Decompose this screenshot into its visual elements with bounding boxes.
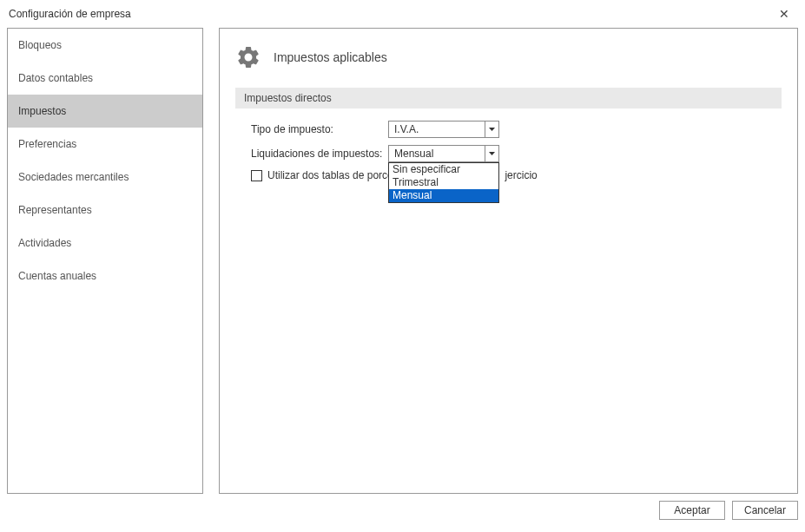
sidebar-item-label: Actividades <box>18 237 71 249</box>
chevron-down-icon[interactable] <box>485 122 498 137</box>
sidebar-item-sociedades-mercantiles[interactable]: Sociedades mercantiles <box>8 161 202 194</box>
chevron-down-icon[interactable] <box>485 146 498 161</box>
content-area: Bloqueos Datos contables Impuestos Prefe… <box>0 28 805 494</box>
svg-marker-1 <box>489 152 495 155</box>
liq-label: Liquidaciones de impuestos: <box>251 148 388 160</box>
sidebar-item-bloqueos[interactable]: Bloqueos <box>8 29 202 62</box>
form-row-liquidaciones: Liquidaciones de impuestos: Mensual Sin … <box>235 145 782 162</box>
sidebar: Bloqueos Datos contables Impuestos Prefe… <box>7 28 203 494</box>
tipo-value: I.V.A. <box>389 123 485 135</box>
sidebar-item-actividades[interactable]: Actividades <box>8 227 202 259</box>
sidebar-item-label: Preferencias <box>18 138 76 150</box>
close-icon[interactable]: ✕ <box>772 8 796 20</box>
accept-button[interactable]: Aceptar <box>659 501 725 520</box>
sidebar-item-label: Representantes <box>18 204 92 216</box>
cancel-button[interactable]: Cancelar <box>732 501 798 520</box>
sidebar-item-impuestos[interactable]: Impuestos <box>8 95 202 128</box>
liq-dropdown: Sin especificar Trimestral Mensual <box>388 162 499 203</box>
footer: Aceptar Cancelar <box>0 494 805 520</box>
sidebar-item-label: Cuentas anuales <box>18 270 96 282</box>
main-panel: Impuestos aplicables Impuestos directos … <box>219 28 798 494</box>
sidebar-item-representantes[interactable]: Representantes <box>8 194 202 227</box>
window-title: Configuración de empresa <box>9 8 131 20</box>
titlebar: Configuración de empresa ✕ <box>0 0 805 28</box>
panel-header: Impuestos aplicables <box>235 44 782 70</box>
liq-option-trimestral[interactable]: Trimestral <box>389 176 498 189</box>
panel-title: Impuestos aplicables <box>274 50 387 64</box>
tipo-label: Tipo de impuesto: <box>251 123 388 135</box>
checkbox-row-dos-tablas[interactable]: Utilizar dos tablas de porcenjercicio <box>235 169 782 181</box>
svg-marker-0 <box>489 128 495 131</box>
checkbox-text-before: Utilizar dos tablas de porcen <box>267 169 399 181</box>
sidebar-item-label: Impuestos <box>18 105 66 117</box>
sidebar-item-cuentas-anuales[interactable]: Cuentas anuales <box>8 259 202 292</box>
liq-option-mensual[interactable]: Mensual <box>389 189 498 202</box>
liq-value: Mensual <box>389 148 485 160</box>
sidebar-item-label: Bloqueos <box>18 39 62 51</box>
liq-select[interactable]: Mensual Sin especificar Trimestral Mensu… <box>388 145 499 162</box>
tipo-select[interactable]: I.V.A. <box>388 121 499 138</box>
option-label: Trimestral <box>393 176 439 188</box>
gear-icon <box>235 44 261 70</box>
section-header: Impuestos directos <box>235 88 782 108</box>
sidebar-item-datos-contables[interactable]: Datos contables <box>8 62 202 95</box>
sidebar-item-label: Sociedades mercantiles <box>18 171 129 183</box>
checkbox-text-after: jercicio <box>505 169 537 181</box>
checkbox-icon[interactable] <box>251 170 262 181</box>
sidebar-item-preferencias[interactable]: Preferencias <box>8 128 202 161</box>
option-label: Mensual <box>393 189 432 201</box>
form-row-tipo: Tipo de impuesto: I.V.A. <box>235 121 782 138</box>
option-label: Sin especificar <box>393 163 460 175</box>
sidebar-item-label: Datos contables <box>18 72 93 84</box>
liq-option-sin-especificar[interactable]: Sin especificar <box>389 163 498 176</box>
